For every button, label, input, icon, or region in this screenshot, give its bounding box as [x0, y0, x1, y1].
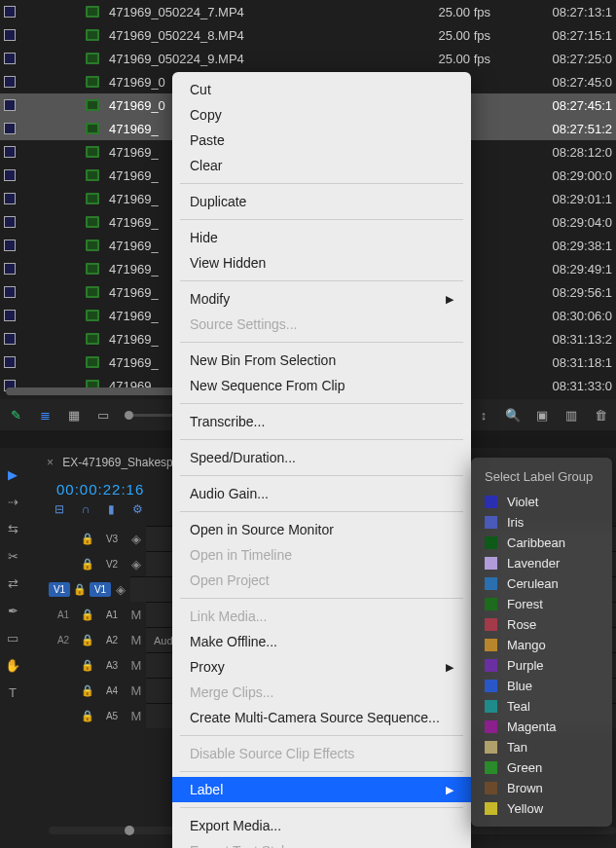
menu-item-open-in-source-monitor[interactable]: Open in Source Monitor [172, 517, 471, 542]
label-option-yellow[interactable]: Yellow [471, 798, 612, 819]
menu-item-new-bin-from-selection[interactable]: New Bin From Selection [172, 348, 471, 373]
sequence-tab[interactable]: × EX-471969_Shakespea [47, 456, 186, 469]
label-option-brown[interactable]: Brown [471, 778, 612, 798]
label-option-caribbean[interactable]: Caribbean [471, 533, 612, 553]
label-chip[interactable] [4, 333, 16, 345]
svg-rect-15 [88, 171, 97, 179]
label-chip[interactable] [4, 53, 16, 64]
menu-item-label: Modify [190, 291, 230, 307]
toggle-output-icon[interactable]: ◈ [111, 582, 130, 597]
submenu-arrow-icon: ▶ [446, 661, 453, 674]
pen-tool-icon[interactable]: ✒ [4, 602, 21, 619]
new-bin-icon[interactable]: ▣ [534, 407, 550, 423]
svg-rect-7 [88, 78, 97, 86]
label-chip[interactable] [4, 6, 16, 18]
selection-tool-icon[interactable]: ▶ [4, 465, 21, 483]
menu-item-duplicate[interactable]: Duplicate [172, 189, 471, 214]
mute-icon[interactable]: M [127, 683, 146, 698]
label-option-forest[interactable]: Forest [471, 594, 612, 614]
mute-icon[interactable]: M [127, 658, 146, 673]
mute-icon[interactable]: M [127, 633, 146, 647]
icon-view-icon[interactable]: ▦ [66, 407, 82, 423]
search-icon[interactable]: 🔍 [505, 407, 521, 423]
type-tool-icon[interactable]: T [4, 683, 21, 701]
clip-start-timecode: 08:27:15:1 [516, 28, 616, 43]
list-view-icon[interactable]: ≣ [37, 407, 53, 423]
menu-item-export-media[interactable]: Export Media... [172, 813, 471, 838]
rectangle-tool-icon[interactable]: ▭ [4, 629, 21, 646]
label-option-mango[interactable]: Mango [471, 635, 612, 655]
label-chip[interactable] [4, 193, 16, 204]
label-option-purple[interactable]: Purple [471, 655, 612, 676]
menu-item-new-sequence-from-clip[interactable]: New Sequence From Clip [172, 373, 471, 398]
menu-item-label[interactable]: Label▶ [172, 777, 471, 802]
menu-item-create-multi-camera-source-sequence[interactable]: Create Multi-Camera Source Sequence... [172, 705, 471, 730]
clip-row[interactable]: 471969_050224_9.MP425.00 fps08:27:25:0 [0, 47, 616, 70]
label-option-magenta[interactable]: Magenta [471, 717, 612, 737]
label-chip[interactable] [4, 76, 16, 88]
menu-item-audio-gain[interactable]: Audio Gain... [172, 481, 471, 506]
color-swatch [485, 516, 497, 529]
toggle-output-icon[interactable]: ◈ [127, 532, 146, 546]
label-chip[interactable] [4, 216, 16, 228]
label-chip[interactable] [4, 146, 16, 158]
label-option-lavender[interactable]: Lavender [471, 553, 612, 573]
clip-row[interactable]: 471969_050224_8.MP425.00 fps08:27:15:1 [0, 23, 616, 47]
freeform-view-icon[interactable]: ▭ [95, 407, 111, 423]
label-option-blue[interactable]: Blue [471, 676, 612, 696]
markers-icon[interactable]: ▮ [108, 502, 115, 516]
label-chip[interactable] [4, 286, 16, 298]
ripple-tool-icon[interactable]: ⇆ [4, 520, 21, 537]
menu-item-label: Disable Source Clip Effects [190, 746, 354, 761]
settings-icon[interactable]: ⚙ [132, 502, 143, 516]
menu-item-transcribe[interactable]: Transcribe... [172, 409, 471, 434]
label-option-violet[interactable]: Violet [471, 492, 612, 512]
label-chip[interactable] [4, 169, 16, 181]
menu-item-hide[interactable]: Hide [172, 225, 471, 250]
menu-item-paste[interactable]: Paste [172, 128, 471, 153]
label-option-tan[interactable]: Tan [471, 737, 612, 757]
label-chip[interactable] [4, 123, 16, 134]
label-option-rose[interactable]: Rose [471, 614, 612, 635]
menu-item-modify[interactable]: Modify▶ [172, 286, 471, 312]
menu-item-copy[interactable]: Copy [172, 102, 471, 128]
mute-icon[interactable]: M [127, 608, 146, 622]
label-chip[interactable] [4, 99, 16, 111]
label-chip[interactable] [4, 240, 16, 251]
label-option-cerulean[interactable]: Cerulean [471, 573, 612, 594]
menu-item-make-offline[interactable]: Make Offline... [172, 629, 471, 654]
slip-tool-icon[interactable]: ⇄ [4, 574, 21, 592]
label-chip[interactable] [4, 29, 16, 41]
close-icon[interactable]: × [47, 456, 54, 469]
edit-icon[interactable]: ✎ [8, 407, 23, 423]
new-item-icon[interactable]: ▥ [563, 407, 579, 423]
label-chip[interactable] [4, 263, 16, 275]
hand-tool-icon[interactable]: ✋ [4, 656, 21, 674]
menu-item-clear[interactable]: Clear [172, 153, 471, 178]
label-chip[interactable] [4, 310, 16, 321]
track-select-tool-icon[interactable]: ⇢ [4, 493, 21, 510]
sort-icon[interactable]: ↕ [476, 407, 491, 423]
menu-separator [180, 439, 463, 440]
menu-item-cut[interactable]: Cut [172, 77, 471, 102]
clip-type-icon [86, 333, 99, 345]
color-swatch [485, 802, 497, 815]
svg-rect-17 [88, 195, 97, 203]
toggle-output-icon[interactable]: ◈ [127, 557, 146, 571]
menu-item-label: Cut [190, 82, 211, 97]
label-option-iris[interactable]: Iris [471, 512, 612, 533]
menu-item-view-hidden[interactable]: View Hidden [172, 250, 471, 276]
label-option-green[interactable]: Green [471, 757, 612, 778]
menu-item-proxy[interactable]: Proxy▶ [172, 654, 471, 680]
razor-tool-icon[interactable]: ✂ [4, 547, 21, 565]
mute-icon[interactable]: M [127, 709, 146, 723]
menu-item-speed-duration[interactable]: Speed/Duration... [172, 445, 471, 470]
playhead-timecode[interactable]: 00:00:22:16 [56, 481, 144, 498]
clip-row[interactable]: 471969_050224_7.MP425.00 fps08:27:13:1 [0, 0, 616, 23]
label-chip[interactable] [4, 356, 16, 368]
linked-selection-icon[interactable]: ∩ [82, 502, 91, 516]
trash-icon[interactable]: 🗑 [593, 407, 608, 423]
snap-icon[interactable]: ⊟ [54, 502, 64, 516]
label-option-teal[interactable]: Teal [471, 696, 612, 717]
project-scrollbar-thumb[interactable] [6, 387, 181, 395]
